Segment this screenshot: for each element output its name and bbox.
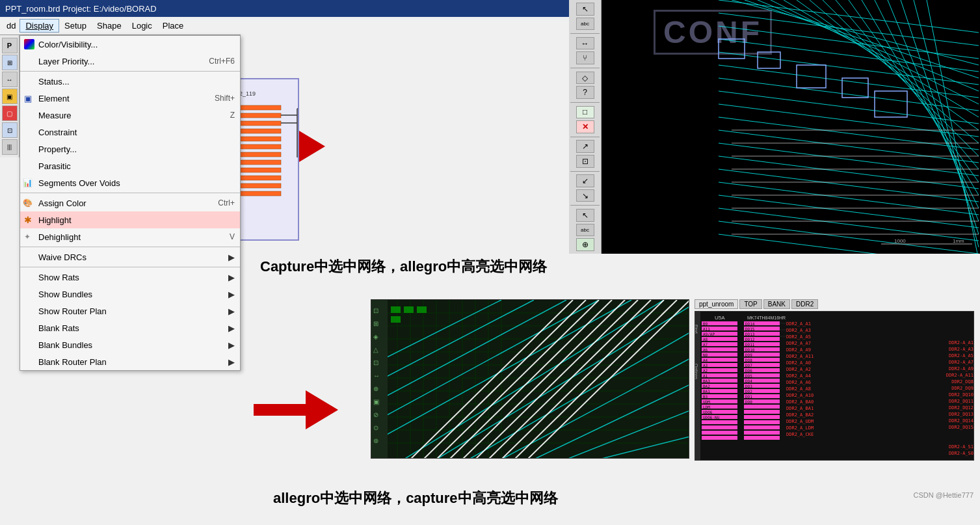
svg-text:UDQ6: UDQ6	[703, 410, 713, 414]
rt-icon-plus[interactable]: ⊕	[576, 238, 594, 251]
tab-ppt-unroom[interactable]: ppt_unroom	[695, 299, 738, 309]
toolbar-icon-chip[interactable]: ⊡	[2, 122, 18, 138]
svg-text:DDR2-A_A3: DDR2-A_A3	[949, 347, 973, 352]
menu-item-status[interactable]: Status...	[20, 73, 240, 90]
svg-text:⊛: ⊛	[373, 437, 378, 444]
bottom-pcb-left: ⊡ ⊞ ◈ △ ⊡ ↔ ⊕ ▣ ⊘ ⊙ ⊛	[371, 299, 689, 459]
bottom-arrow	[254, 390, 338, 429]
menu-item-blank-rats[interactable]: Blank Rats ▶	[20, 319, 240, 336]
svg-text:UDQ6-NU: UDQ6-NU	[703, 415, 720, 420]
rt-icon-question[interactable]: ?	[576, 86, 594, 99]
rt-icon-arrow2[interactable]: ↙	[576, 174, 594, 187]
svg-rect-212	[744, 415, 780, 419]
rt-icon-cursor[interactable]: ↖	[576, 3, 594, 16]
svg-text:MK74TH84M16HR: MK74TH84M16HR	[747, 316, 786, 320]
svg-text:A1: A1	[703, 373, 708, 378]
rt-icon-abc2[interactable]: abc	[576, 224, 594, 237]
rt-icon-cursor3[interactable]: ↖	[576, 209, 594, 222]
toolbar-icon-move[interactable]: ↔	[2, 72, 18, 87]
menu-item-waive-drcs[interactable]: Waive DRCs ▶	[20, 249, 240, 265]
rt-icon-cursor2[interactable]: ↗	[576, 140, 594, 153]
svg-text:DQ3: DQ3	[745, 384, 752, 388]
svg-text:U5A: U5A	[715, 315, 725, 321]
rt-icon-fork[interactable]: ⑂	[576, 51, 594, 64]
menubar-dd[interactable]: dd	[3, 20, 20, 32]
svg-text:DDR2-A_A5: DDR2-A_A5	[949, 353, 973, 358]
svg-line-43	[719, 104, 979, 137]
rt-icon-select[interactable]: □	[576, 106, 594, 119]
svg-text:Options: Options	[695, 364, 698, 380]
svg-text:A8: A8	[703, 337, 708, 342]
svg-rect-216	[744, 436, 780, 440]
tab-top[interactable]: TOP	[739, 299, 761, 309]
svg-rect-21	[235, 152, 281, 157]
menubar-display[interactable]: Display	[20, 19, 59, 33]
svg-rect-19	[235, 137, 281, 141]
svg-rect-26	[235, 191, 281, 196]
svg-text:UDM: UDM	[703, 399, 710, 404]
svg-rect-214	[744, 425, 780, 429]
menubar-place[interactable]: Place	[157, 20, 189, 32]
svg-text:B3: B3	[703, 394, 708, 399]
svg-line-62	[836, 0, 979, 169]
menu-item-dehighlight[interactable]: Dehighlight V	[20, 228, 240, 245]
dropdown-menu: Color/Visibility... Layer Priority... Ct…	[20, 35, 241, 371]
tab-ddr2[interactable]: DDR2	[791, 299, 818, 309]
svg-text:DQ5: DQ5	[745, 373, 752, 378]
svg-rect-15	[235, 105, 281, 110]
menu-item-color-visibility[interactable]: Color/Visibility...	[20, 36, 240, 53]
rt-icon-x[interactable]: ✕	[576, 120, 594, 133]
menu-item-segments-over-voids[interactable]: Segments Over Voids	[20, 174, 240, 191]
svg-line-69	[927, 0, 979, 254]
svg-text:A9/AP: A9/AP	[703, 332, 715, 336]
menu-item-show-router-plan[interactable]: Show Router Plan ▶	[20, 303, 240, 319]
toolbar-icon-grid[interactable]: ⊞	[2, 55, 18, 70]
rt-icon-shape[interactable]: ◇	[576, 72, 594, 85]
svg-text:DDR2-A_A7: DDR2-A_A7	[949, 360, 973, 365]
svg-text:A7: A7	[703, 342, 708, 347]
svg-text:DDR2_A_A1: DDR2_A_A1	[786, 321, 811, 327]
toolbar-icon-bars[interactable]: |||	[2, 139, 18, 155]
menu-item-measure[interactable]: Measure Z	[20, 107, 240, 124]
svg-rect-173	[702, 431, 737, 435]
menu-item-layer-priority[interactable]: Layer Priority... Ctrl+F6	[20, 53, 240, 70]
toolbar-icon-colored2[interactable]: ▢	[2, 105, 18, 121]
menu-bar: dd Display Setup Shape Logic Place	[0, 17, 241, 35]
svg-text:DQ8: DQ8	[745, 358, 752, 362]
rt-icon-select2[interactable]: ⊡	[576, 155, 594, 168]
svg-rect-171	[702, 420, 737, 424]
svg-rect-80	[758, 52, 780, 68]
svg-text:DDR2_A_A2: DDR2_A_A2	[786, 367, 811, 372]
svg-text:DQ6: DQ6	[745, 368, 752, 373]
menu-item-show-rats[interactable]: Show Rats ▶	[20, 269, 240, 286]
svg-text:DDR2_A_A11: DDR2_A_A11	[786, 354, 814, 359]
svg-text:N0: N0	[703, 353, 708, 357]
rt-icon-arrow3[interactable]: ↘	[576, 189, 594, 202]
rt-icon-arrow[interactable]: ↔	[576, 37, 594, 50]
svg-text:DQ9: DQ9	[745, 353, 752, 357]
tab-bank[interactable]: BANK	[763, 299, 790, 309]
svg-text:DDR2_DQ10: DDR2_DQ10	[949, 392, 973, 397]
menu-item-parasitic[interactable]: Parasitic	[20, 157, 240, 174]
watermark: CSDN @Hettie777	[914, 491, 973, 499]
svg-text:△: △	[373, 346, 378, 353]
toolbar-icon-p[interactable]: P	[2, 38, 18, 53]
menu-item-highlight[interactable]: Highlight	[20, 211, 240, 228]
menubar-shape[interactable]: Shape	[92, 20, 127, 32]
menu-item-constraint[interactable]: Constraint	[20, 124, 240, 141]
svg-text:⊡: ⊡	[373, 307, 378, 314]
toolbar-icon-colored1[interactable]: ▣	[2, 88, 18, 104]
svg-text:DQ0: DQ0	[745, 399, 752, 404]
menu-item-element[interactable]: Element Shift+	[20, 90, 240, 107]
menu-item-blank-router-plan[interactable]: Blank Router Plan ▶	[20, 353, 240, 370]
menu-item-property[interactable]: Property...	[20, 141, 240, 157]
svg-text:DDR2-A_A11: DDR2-A_A11	[946, 373, 973, 378]
menubar-setup[interactable]: Setup	[59, 20, 92, 32]
menu-item-show-bundles[interactable]: Show Bundles ▶	[20, 286, 240, 303]
svg-text:DDR2_A_BA2: DDR2_A_BA2	[786, 412, 814, 418]
rt-icon-abc[interactable]: abc	[576, 18, 594, 31]
menu-item-assign-color[interactable]: Assign Color Ctrl+	[20, 195, 240, 211]
menubar-logic[interactable]: Logic	[127, 20, 157, 32]
menu-item-blank-bundles[interactable]: Blank Bundles ▶	[20, 336, 240, 353]
svg-text:DDR2_DQ8: DDR2_DQ8	[951, 379, 973, 384]
